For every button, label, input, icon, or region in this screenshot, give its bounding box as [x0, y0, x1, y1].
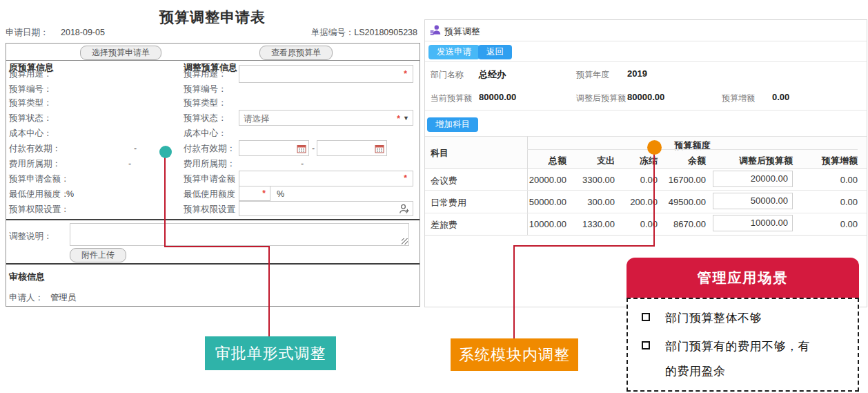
scenario-body: 部门预算整体不够 部门预算有的费用不够，有的费用盈余 — [627, 298, 859, 392]
adjusted-budget-input[interactable]: 10000.00 — [713, 215, 793, 231]
view-original-budget-button[interactable]: 查看原预算单 — [259, 46, 333, 60]
adj-purpose-label: 预算用途： — [184, 66, 227, 82]
orig-permission-label: 预算权限设置： — [9, 202, 70, 217]
send-request-button[interactable]: 发送申请 — [428, 45, 480, 59]
scenario-item-text: 部门预算有的费用不够，有的费用盈余 — [665, 334, 814, 384]
budget-adjust-form: 选择预算申请单 查看原预算单 原预算信息 调整预算信息： 预算用途： 预算编号：… — [6, 43, 420, 307]
audit-info-title: 审核信息 — [9, 269, 45, 285]
subject-column-header: 科目 — [431, 147, 448, 160]
spent-cell: 1330.00 — [570, 219, 615, 229]
frozen-cell: 0.00 — [618, 175, 658, 185]
apply-date-label: 申请日期： — [6, 28, 49, 37]
subject-cell: 会议费 — [431, 175, 457, 187]
dept-value: 总经办 — [479, 68, 506, 81]
divider — [425, 61, 867, 62]
orig-status-label: 预算状态： — [9, 111, 52, 126]
callout-label-system-module: 系统模块内调整 — [451, 338, 578, 371]
balance-cell: 8670.00 — [660, 219, 706, 229]
calendar-icon[interactable] — [297, 144, 306, 156]
scenario-item: 部门预算有的费用不够，有的费用盈余 — [642, 334, 848, 384]
permission-input[interactable] — [239, 201, 413, 216]
resize-handle-icon[interactable] — [402, 238, 408, 245]
spent-cell: 300.00 — [570, 197, 615, 207]
callout-line-left-drop — [268, 246, 270, 336]
purpose-required-mark: * — [404, 69, 407, 79]
table-top-border — [425, 136, 867, 137]
form-button-row: 选择预算申请单 查看原预算单 — [6, 44, 420, 61]
total-cell: 50000.00 — [529, 197, 566, 207]
user-icon — [430, 24, 442, 39]
col-header-increase: 预算增额 — [798, 155, 858, 167]
adjusted-budget-value: 80000.00 — [627, 92, 664, 102]
adj-expense-period-value: - — [301, 156, 304, 171]
applicant-value: 管理员 — [50, 290, 77, 305]
remark-textarea[interactable] — [70, 223, 409, 246]
group-header-divider — [527, 149, 858, 150]
col-header-adjusted: 调整后预算额 — [713, 155, 793, 167]
callout-line-right-drop — [513, 245, 515, 338]
increase-cell: 0.00 — [798, 175, 858, 185]
callout-line-left-horizontal — [164, 246, 270, 247]
budget-increase-value: 0.00 — [772, 92, 789, 102]
pay-period-start-input[interactable] — [239, 140, 309, 156]
apply-date-value: 2018-09-05 — [61, 28, 105, 37]
year-label: 预算年度 — [576, 69, 609, 81]
select-budget-request-button[interactable]: 选择预算申请单 — [80, 46, 161, 60]
adj-amount-label: 预算申请金额： — [184, 171, 244, 186]
back-button[interactable]: 返回 — [478, 45, 512, 59]
amount-input[interactable]: * — [239, 171, 413, 186]
total-cell: 20000.00 — [529, 175, 566, 185]
adj-expense-period-label: 费用所属期： — [184, 156, 235, 171]
subject-cell: 差旅费 — [431, 219, 457, 231]
attachment-upload-button[interactable]: 附件上传 — [70, 248, 126, 262]
callout-dot-teal — [159, 146, 172, 158]
orig-code-label: 预算编号： — [9, 82, 52, 97]
adj-type-label: 预算类型： — [184, 95, 227, 111]
adjusted-budget-input[interactable]: 20000.00 — [713, 171, 793, 187]
min-usage-input[interactable]: * — [239, 186, 270, 201]
increase-cell: 0.00 — [798, 219, 858, 229]
orig-min-usage-suffix: % — [66, 186, 74, 202]
orig-min-usage-label: 最低使用额度： — [9, 186, 70, 202]
callout-dot-orange — [647, 140, 662, 155]
balance-cell: 49500.00 — [660, 197, 706, 207]
table-bottom-border — [425, 235, 867, 236]
balance-cell: 16700.00 — [660, 175, 706, 185]
scenario-item-text: 部门预算整体不够 — [665, 306, 814, 331]
pay-period-end-input[interactable] — [317, 140, 387, 156]
scenario-item: 部门预算整体不够 — [642, 306, 848, 331]
orig-amount-label: 预算申请金额： — [9, 171, 70, 186]
status-select-value: 请选择 — [244, 114, 270, 124]
adj-pay-period-label: 付款有效期： — [184, 141, 235, 156]
row-border — [425, 213, 867, 213]
square-bullet-icon — [642, 341, 650, 349]
orig-expense-period-label: 费用所属期： — [9, 156, 61, 171]
orig-expense-period-value: - — [128, 156, 131, 171]
form-title: 预算调整申请表 — [6, 8, 420, 27]
orig-pay-period-label: 付款有效期： — [9, 141, 61, 156]
panel-title: 预算调整 — [444, 26, 480, 38]
budget-quota-group-header: 预算额度 — [527, 140, 858, 152]
callout-line-right-horizontal — [513, 245, 655, 247]
purpose-input[interactable]: * — [239, 65, 413, 83]
calendar-icon[interactable] — [375, 144, 384, 156]
divider — [425, 41, 867, 41]
col-header-frozen: 冻结 — [618, 155, 658, 167]
orig-cost-center-label: 成本中心： — [9, 126, 52, 141]
year-value: 2019 — [627, 68, 647, 79]
status-required-mark: * — [397, 111, 400, 126]
increase-cell: 0.00 — [798, 197, 858, 207]
budget-increase-label: 预算增额 — [722, 93, 755, 104]
remark-label: 调整说明： — [9, 229, 52, 244]
add-user-icon[interactable] — [398, 203, 410, 218]
adjusted-budget-input[interactable]: 50000.00 — [713, 193, 793, 209]
status-select[interactable]: 请选择 * ▼ — [239, 110, 413, 126]
table-header-border — [425, 168, 867, 169]
doc-no-label: 单据编号： — [311, 28, 355, 37]
add-subject-button[interactable]: 增加科目 — [427, 117, 478, 132]
callout-line-left-vertical — [164, 155, 166, 247]
orig-type-label: 预算类型： — [9, 95, 52, 111]
col-header-spent: 支出 — [570, 155, 615, 167]
current-budget-value: 80000.00 — [479, 92, 516, 102]
adj-code-label: 预算编号： — [184, 82, 227, 97]
